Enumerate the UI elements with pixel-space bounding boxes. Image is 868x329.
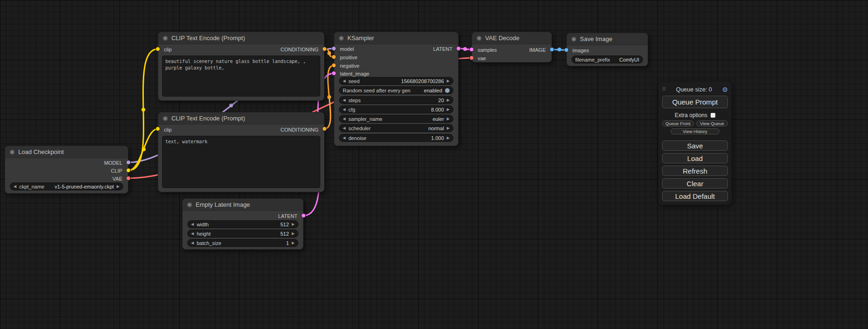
view-queue-button[interactable]: View Queue: [696, 120, 728, 126]
stepper-right-icon[interactable]: ▶: [447, 108, 450, 112]
widget-value: euler: [432, 116, 444, 122]
stepper-left-icon[interactable]: ◀: [343, 117, 346, 121]
clear-button[interactable]: Clear: [662, 178, 728, 189]
sampler-name-widget[interactable]: ◀ sampler_name euler ▶: [339, 115, 453, 123]
output-slot-latent: LATENT: [433, 46, 452, 52]
collapse-dot-icon[interactable]: [163, 36, 168, 41]
widget-label: Random seed after every gen: [343, 88, 410, 93]
collapse-dot-icon[interactable]: [163, 116, 168, 121]
scheduler-widget[interactable]: ◀ scheduler normal ▶: [339, 124, 453, 132]
stepper-right-icon[interactable]: ▶: [447, 136, 450, 140]
widget-value: 156680208700286: [401, 78, 444, 84]
node-title-bar[interactable]: CLIP Text Encode (Prompt): [158, 32, 324, 44]
stepper-right-icon[interactable]: ▶: [447, 126, 450, 130]
queue-size-label: Queue size: 0: [666, 86, 722, 93]
node-empty-latent-image[interactable]: Empty Latent Image LATENT ◀ width 512 ▶ …: [182, 198, 303, 250]
stepper-left-icon[interactable]: ◀: [14, 185, 16, 189]
stepper-right-icon[interactable]: ▶: [447, 117, 450, 121]
gear-icon[interactable]: ⚙: [722, 86, 728, 93]
node-title-bar[interactable]: Save Image: [567, 33, 648, 45]
denoise-widget[interactable]: ◀ denoise 1.000 ▶: [339, 134, 453, 142]
prompt-textarea[interactable]: beautiful scenery nature glass bottle la…: [162, 56, 320, 97]
node-title: VAE Decode: [485, 35, 519, 42]
node-title: Save Image: [580, 35, 612, 42]
batch-size-widget[interactable]: ◀ batch_size 1 ▶: [187, 239, 298, 247]
node-title-bar[interactable]: Empty Latent Image: [183, 199, 303, 211]
stepper-left-icon[interactable]: ◀: [191, 223, 194, 226]
widget-label: sampler_name: [348, 116, 382, 122]
stepper-left-icon[interactable]: ◀: [343, 108, 346, 112]
load-default-button[interactable]: Load Default: [662, 191, 728, 201]
node-vae-decode[interactable]: VAE Decode samples vae IMAGE: [472, 32, 552, 63]
node-ksampler[interactable]: KSampler model positive negative latent_…: [334, 32, 459, 146]
node-save-image[interactable]: Save Image images filename_prefix ComfyU…: [566, 33, 648, 66]
refresh-button[interactable]: Refresh: [662, 166, 728, 176]
node-title-bar[interactable]: KSampler: [334, 32, 458, 44]
widget-label: scheduler: [348, 126, 371, 131]
widget-label: width: [197, 222, 209, 227]
collapse-dot-icon[interactable]: [339, 36, 344, 41]
input-slot-positive: positive: [340, 54, 357, 61]
stepper-right-icon[interactable]: ▶: [292, 232, 295, 236]
extra-options-checkbox[interactable]: [711, 113, 715, 118]
random-seed-widget[interactable]: Random seed after every gen enabled: [339, 86, 453, 94]
save-button[interactable]: Save: [662, 140, 728, 151]
cfg-widget[interactable]: ◀ cfg 8.000 ▶: [339, 105, 453, 113]
widget-value: 512: [280, 222, 289, 227]
stepper-left-icon[interactable]: ◀: [343, 79, 346, 83]
widget-label: seed: [348, 78, 360, 84]
load-button[interactable]: Load: [662, 153, 728, 163]
collapse-dot-icon[interactable]: [187, 203, 192, 207]
link-midpoint-dot: [141, 108, 145, 112]
stepper-right-icon[interactable]: ▶: [292, 223, 295, 226]
node-clip-text-encode-negative[interactable]: CLIP Text Encode (Prompt) clip CONDITION…: [158, 112, 325, 192]
stepper-right-icon[interactable]: ▶: [447, 98, 450, 102]
link-midpoint-dot: [463, 47, 467, 51]
stepper-right-icon[interactable]: ▶: [117, 185, 120, 189]
node-title-bar[interactable]: VAE Decode: [472, 32, 551, 44]
filename-prefix-widget[interactable]: filename_prefix ComfyUI: [572, 56, 643, 63]
node-title-bar[interactable]: Load Checkpoint: [5, 146, 128, 158]
stepper-right-icon[interactable]: ▶: [292, 241, 295, 245]
ckpt-name-widget[interactable]: ◀ ckpt_name v1-5-pruned-emaonly.ckpt ▶: [10, 182, 123, 190]
prompt-textarea[interactable]: text, watermark: [162, 136, 320, 188]
collapse-dot-icon[interactable]: [477, 36, 481, 41]
widget-value: 8.000: [431, 107, 444, 112]
extra-options-label: Extra options: [675, 112, 707, 119]
node-graph-canvas[interactable]: Load Checkpoint MODEL CLIP VAE ◀ ckpt_na…: [0, 0, 868, 329]
stepper-left-icon[interactable]: ◀: [191, 241, 194, 245]
queue-front-button[interactable]: Queue Front: [662, 120, 694, 126]
queue-prompt-button[interactable]: Queue Prompt: [662, 96, 728, 108]
output-slot-latent: LATENT: [278, 213, 297, 219]
input-slot-model: model: [340, 46, 354, 52]
widget-value: ComfyUI: [619, 57, 639, 63]
widget-label: height: [197, 231, 211, 237]
queue-buttons-row: Queue Front View Queue: [662, 120, 728, 126]
widget-label: filename_prefix: [575, 57, 610, 63]
drag-handle-icon[interactable]: ⠿: [662, 87, 666, 92]
height-widget[interactable]: ◀ height 512 ▶: [187, 230, 298, 238]
width-widget[interactable]: ◀ width 512 ▶: [187, 220, 298, 228]
widget-value: enabled: [424, 88, 442, 93]
node-title: Load Checkpoint: [18, 148, 64, 155]
stepper-left-icon[interactable]: ◀: [191, 232, 194, 236]
stepper-right-icon[interactable]: ▶: [447, 79, 450, 83]
widget-value: normal: [428, 126, 444, 131]
view-history-button[interactable]: View History: [670, 128, 719, 134]
collapse-dot-icon[interactable]: [10, 150, 14, 154]
steps-widget[interactable]: ◀ steps 20 ▶: [339, 96, 453, 104]
stepper-left-icon[interactable]: ◀: [343, 136, 346, 140]
collapse-dot-icon[interactable]: [572, 37, 576, 42]
node-clip-text-encode-positive[interactable]: CLIP Text Encode (Prompt) clip CONDITION…: [158, 32, 325, 101]
node-title-bar[interactable]: CLIP Text Encode (Prompt): [158, 112, 324, 125]
widget-value: 20: [438, 98, 444, 103]
stepper-left-icon[interactable]: ◀: [343, 126, 346, 130]
input-slot-latent-image: latent_image: [340, 70, 369, 77]
menu-header: ⠿ Queue size: 0 ⚙: [662, 85, 728, 93]
stepper-left-icon[interactable]: ◀: [343, 98, 346, 102]
node-load-checkpoint[interactable]: Load Checkpoint MODEL CLIP VAE ◀ ckpt_na…: [5, 146, 128, 194]
seed-widget[interactable]: ◀ seed 156680208700286 ▶: [339, 77, 453, 85]
input-slot-samples: samples: [478, 47, 497, 53]
output-slot-clip: CLIP: [111, 168, 122, 174]
toggle-icon[interactable]: [445, 88, 450, 93]
